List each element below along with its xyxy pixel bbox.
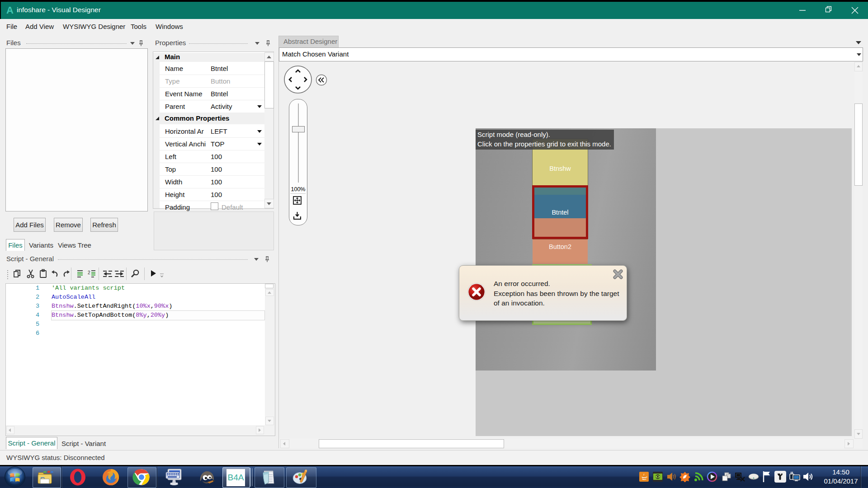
svg-text:2: 2 [88, 270, 90, 275]
